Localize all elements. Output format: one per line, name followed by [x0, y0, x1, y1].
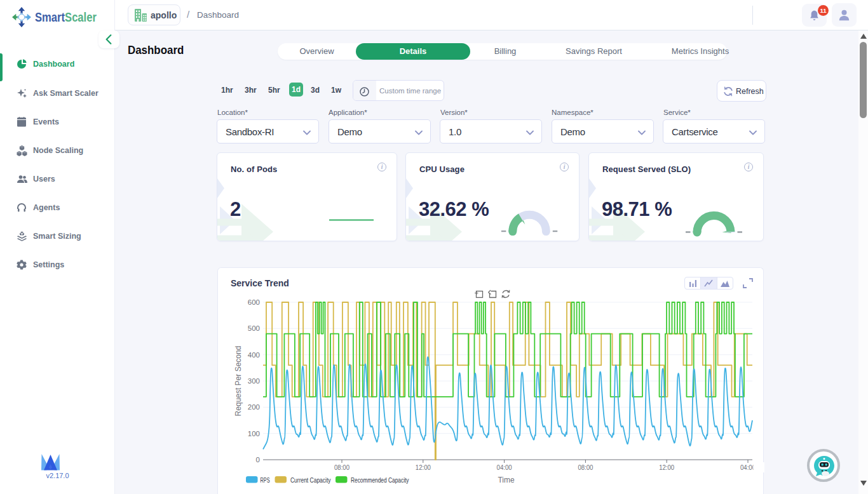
- svg-text:Current Capacity: Current Capacity: [290, 476, 331, 484]
- svg-text:RPS: RPS: [261, 476, 270, 484]
- svg-text:04:00: 04:00: [497, 464, 512, 471]
- svg-text:Time: Time: [498, 476, 515, 484]
- svg-text:300: 300: [248, 377, 260, 385]
- svg-text:12:00: 12:00: [416, 464, 431, 471]
- svg-text:12:00: 12:00: [659, 464, 674, 471]
- svg-text:08:00: 08:00: [334, 464, 349, 471]
- svg-text:500: 500: [248, 324, 260, 332]
- svg-text:0: 0: [256, 456, 260, 464]
- svg-text:100: 100: [248, 430, 260, 437]
- svg-text:04:00: 04:00: [740, 464, 756, 471]
- svg-text:200: 200: [248, 403, 260, 411]
- svg-text:600: 600: [248, 298, 260, 306]
- svg-text:400: 400: [248, 351, 260, 359]
- svg-text:Request Per Second: Request Per Second: [234, 346, 243, 417]
- svg-text:08:00: 08:00: [578, 464, 593, 471]
- svg-text:Recommended Capacity: Recommended Capacity: [351, 476, 409, 484]
